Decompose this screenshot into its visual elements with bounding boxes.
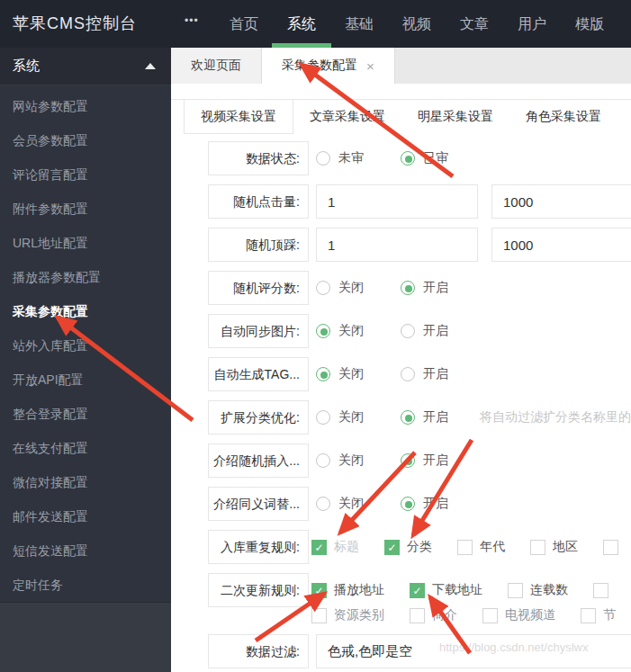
radio-option[interactable]: 关闭 bbox=[316, 409, 401, 426]
checkbox-icon[interactable] bbox=[482, 608, 498, 623]
more-menu-icon[interactable]: ••• bbox=[185, 14, 199, 27]
subtab-4[interactable]: 采集 bbox=[617, 100, 631, 134]
radio-option[interactable]: 未审 bbox=[316, 150, 401, 166]
checkbox-option[interactable]: ✓播放地址 bbox=[311, 582, 384, 598]
nav-item-6[interactable]: 模版 bbox=[575, 0, 604, 48]
checkbox-icon[interactable] bbox=[593, 583, 608, 598]
sidebar-item-9[interactable]: 整合登录配置 bbox=[0, 397, 171, 431]
checkbox-icon[interactable]: ✓ bbox=[410, 583, 425, 598]
radio-icon[interactable] bbox=[401, 453, 415, 468]
radio-option[interactable]: 关闭 bbox=[316, 280, 401, 296]
settings-form: 数据状态:未审已审随机点击量:随机顶踩:随机评分数:关闭开启自动同步图片:关闭开… bbox=[171, 141, 631, 668]
open-tab-0[interactable]: 欢迎页面 bbox=[171, 48, 262, 84]
checkbox-option[interactable]: 节 bbox=[581, 607, 616, 623]
sidebar-item-10[interactable]: 在线支付配置 bbox=[0, 431, 171, 465]
checkbox-icon[interactable]: ✓ bbox=[311, 540, 327, 555]
radio-label: 关闭 bbox=[338, 366, 364, 382]
nav-item-1[interactable]: 系统 bbox=[287, 0, 316, 48]
sidebar-item-12[interactable]: 邮件发送配置 bbox=[0, 499, 171, 533]
radio-option[interactable]: 关闭 bbox=[316, 496, 401, 512]
subtab-2[interactable]: 明星采集设置 bbox=[401, 100, 509, 134]
radio-option[interactable]: 关闭 bbox=[316, 366, 401, 382]
checkbox-option[interactable]: 连载数 bbox=[508, 582, 568, 598]
open-tab-label: 欢迎页面 bbox=[191, 58, 241, 74]
field-label: 入库重复规则: bbox=[208, 530, 309, 564]
sidebar-item-6[interactable]: 采集参数配置 bbox=[0, 294, 171, 328]
checkbox-option[interactable]: 资源类别 bbox=[311, 607, 384, 623]
checkbox-option[interactable]: 地区 bbox=[530, 539, 578, 555]
checkbox-icon[interactable]: ✓ bbox=[311, 583, 327, 598]
subtab-3[interactable]: 角色采集设置 bbox=[509, 100, 617, 134]
checkbox-icon[interactable] bbox=[311, 608, 327, 623]
checkbox-option[interactable]: 简介 bbox=[410, 607, 457, 623]
radio-icon[interactable] bbox=[316, 453, 330, 468]
radio-icon[interactable] bbox=[401, 151, 415, 166]
checkbox-icon[interactable] bbox=[603, 540, 618, 555]
checkbox-label: 资源类别 bbox=[334, 607, 384, 623]
radio-option[interactable]: 开启 bbox=[401, 452, 485, 469]
checkbox-option[interactable]: 电视频道 bbox=[482, 607, 555, 623]
radio-icon[interactable] bbox=[316, 367, 330, 381]
sidebar-item-14[interactable]: 定时任务 bbox=[0, 568, 171, 602]
text-input[interactable] bbox=[316, 184, 478, 219]
sidebar-item-1[interactable]: 会员参数配置 bbox=[0, 123, 171, 157]
radio-icon[interactable] bbox=[316, 497, 330, 511]
subtab-1[interactable]: 文章采集设置 bbox=[293, 100, 401, 134]
sidebar-menu: 网站参数配置会员参数配置评论留言配置附件参数配置URL地址配置播放器参数配置采集… bbox=[0, 85, 171, 602]
sidebar-item-0[interactable]: 网站参数配置 bbox=[0, 89, 171, 123]
checkbox-icon[interactable] bbox=[410, 608, 425, 623]
sidebar-item-7[interactable]: 站外入库配置 bbox=[0, 328, 171, 363]
checkbox-option[interactable] bbox=[603, 540, 626, 555]
checkbox-option[interactable]: ✓下载地址 bbox=[410, 582, 482, 598]
radio-icon[interactable] bbox=[401, 497, 415, 511]
sidebar-item-4[interactable]: URL地址配置 bbox=[0, 226, 171, 260]
radio-option[interactable]: 开启 bbox=[401, 323, 485, 339]
checkbox-icon[interactable] bbox=[457, 540, 473, 555]
radio-icon[interactable] bbox=[316, 324, 330, 338]
checkbox-option[interactable]: ✓标题 bbox=[311, 539, 359, 555]
sidebar-item-3[interactable]: 附件参数配置 bbox=[0, 192, 171, 226]
nav-item-3[interactable]: 视频 bbox=[402, 0, 431, 48]
nav-item-4[interactable]: 文章 bbox=[460, 0, 489, 48]
radio-icon[interactable] bbox=[401, 410, 415, 425]
radio-icon[interactable] bbox=[401, 324, 415, 338]
checkbox-option[interactable]: ✓分类 bbox=[384, 539, 432, 555]
open-tab-1[interactable]: 采集参数配置× bbox=[262, 48, 395, 84]
nav-item-2[interactable]: 基础 bbox=[345, 0, 374, 48]
nav-item-5[interactable]: 用户 bbox=[518, 0, 546, 48]
checkbox-icon[interactable] bbox=[508, 583, 523, 598]
radio-option[interactable]: 开启 bbox=[401, 409, 485, 426]
checkbox-group: ✓标题✓分类年代地区 bbox=[311, 530, 631, 564]
sidebar-item-5[interactable]: 播放器参数配置 bbox=[0, 260, 171, 294]
sidebar-item-13[interactable]: 短信发送配置 bbox=[0, 533, 171, 568]
radio-option[interactable]: 关闭 bbox=[316, 323, 401, 339]
checkbox-icon[interactable] bbox=[581, 608, 596, 623]
radio-icon[interactable] bbox=[316, 410, 330, 425]
radio-icon[interactable] bbox=[401, 367, 415, 381]
radio-option[interactable]: 关闭 bbox=[316, 452, 401, 469]
close-icon[interactable]: × bbox=[366, 59, 374, 73]
subtab-0[interactable]: 视频采集设置 bbox=[184, 100, 293, 134]
nav-items: 首页系统基础视频文章用户模版生 bbox=[230, 0, 631, 48]
checkbox-label: 简介 bbox=[432, 607, 457, 623]
radio-option[interactable]: 开启 bbox=[401, 496, 485, 512]
checkbox-icon[interactable]: ✓ bbox=[384, 540, 400, 555]
radio-option[interactable]: 已审 bbox=[401, 150, 485, 166]
sidebar-item-8[interactable]: 开放API配置 bbox=[0, 363, 171, 397]
text-input[interactable] bbox=[316, 228, 478, 262]
radio-option[interactable]: 开启 bbox=[401, 280, 485, 296]
radio-icon[interactable] bbox=[401, 281, 415, 295]
radio-icon[interactable] bbox=[316, 151, 330, 166]
radio-label: 未审 bbox=[338, 150, 364, 166]
sidebar-item-11[interactable]: 微信对接配置 bbox=[0, 465, 171, 499]
checkbox-option[interactable]: 年代 bbox=[457, 539, 505, 555]
radio-option[interactable]: 开启 bbox=[401, 366, 485, 382]
sidebar-item-2[interactable]: 评论留言配置 bbox=[0, 157, 171, 192]
text-input[interactable] bbox=[491, 184, 631, 219]
text-input[interactable] bbox=[491, 228, 631, 262]
nav-item-0[interactable]: 首页 bbox=[230, 0, 258, 48]
checkbox-option[interactable] bbox=[593, 583, 616, 598]
checkbox-icon[interactable] bbox=[530, 540, 545, 555]
radio-icon[interactable] bbox=[316, 281, 330, 295]
sidebar-group-header[interactable]: 系统 bbox=[0, 48, 171, 85]
